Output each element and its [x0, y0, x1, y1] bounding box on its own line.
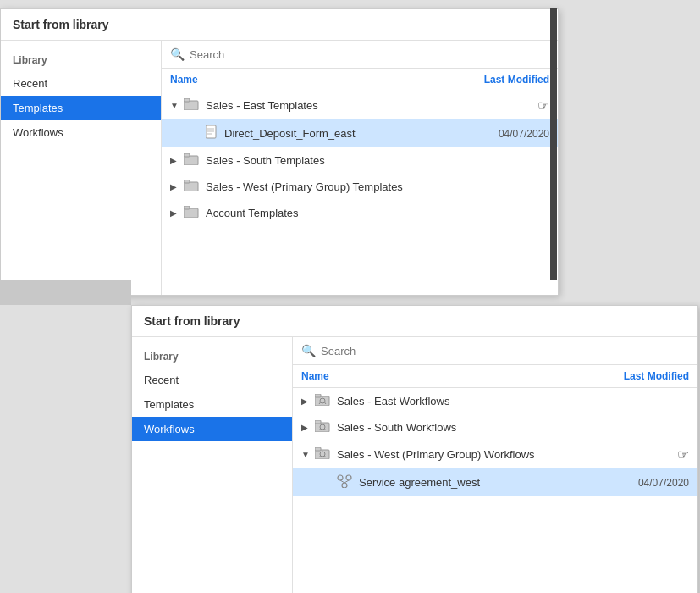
- sidebar-item-recent-top[interactable]: Recent: [1, 71, 161, 96]
- col-name-top: Name: [170, 74, 198, 86]
- tree-row-account[interactable]: ▶ Account Templates: [162, 200, 558, 226]
- chevron-east-wf: ▶: [301, 396, 311, 406]
- folder-icon-west: [184, 180, 199, 194]
- svg-rect-10: [184, 208, 198, 218]
- svg-point-27: [338, 475, 343, 480]
- top-dialog-body: Library Recent Templates Workflows 🔍 Nam…: [1, 41, 558, 295]
- folder-icon-east-wf: [315, 394, 330, 408]
- cursor-icon-top: ☞: [537, 97, 549, 114]
- sidebar-item-recent-bottom[interactable]: Recent: [132, 368, 292, 392]
- svg-line-30: [340, 480, 344, 483]
- cursor-icon-bottom: ☞: [677, 446, 689, 463]
- svg-rect-6: [184, 156, 198, 165]
- chevron-south: ▶: [170, 156, 180, 165]
- chevron-south-wf: ▶: [301, 423, 311, 432]
- divider-bar: [0, 280, 131, 305]
- top-tree-area: ▼ Sales - East Templates ☞: [162, 91, 558, 295]
- bottom-table-header: Name Last Modified: [293, 365, 697, 388]
- chevron-west-wf: ▼: [301, 450, 311, 459]
- svg-rect-1: [184, 98, 190, 102]
- vertical-bar: [550, 8, 557, 280]
- bottom-search-bar: 🔍: [293, 337, 697, 365]
- sidebar-item-templates-bottom[interactable]: Templates: [132, 392, 292, 417]
- col-modified-top: Last Modified: [484, 74, 549, 86]
- tree-row-west[interactable]: ▶ Sales - West (Primary Group) Templates: [162, 174, 558, 200]
- search-input-bottom[interactable]: [321, 345, 689, 357]
- search-icon-bottom: 🔍: [301, 344, 316, 357]
- chevron-east: ▼: [170, 101, 180, 110]
- folder-icon-south-wf: [315, 420, 330, 435]
- top-sidebar: Library Recent Templates Workflows: [1, 41, 162, 295]
- dd-form-date: 04/07/2020: [499, 128, 549, 140]
- svg-rect-8: [184, 182, 198, 191]
- col-modified-bottom: Last Modified: [624, 370, 689, 382]
- tree-row-south-wf[interactable]: ▶ Sales - South Workflows: [293, 414, 697, 441]
- top-sidebar-section: Library: [1, 49, 161, 71]
- sidebar-item-workflows-top[interactable]: Workflows: [1, 120, 161, 145]
- file-icon-dd: [206, 125, 218, 141]
- bottom-dialog-title: Start from library: [132, 306, 697, 337]
- search-input-top[interactable]: [190, 48, 549, 61]
- tree-row-dd-form[interactable]: Direct_Deposit_Form_east 04/07/2020: [162, 119, 558, 147]
- col-name-bottom: Name: [301, 370, 329, 382]
- tree-row-south[interactable]: ▶ Sales - South Templates: [162, 147, 558, 174]
- bottom-tree-area: ▶ Sales - East Workflows ▶: [293, 388, 697, 593]
- sidebar-item-workflows-bottom[interactable]: Workflows: [132, 417, 292, 441]
- bottom-dialog: Start from library Library Recent Templa…: [131, 305, 698, 593]
- svg-rect-7: [184, 153, 190, 157]
- west-wf-label: Sales - West (Primary Group) Workflows: [337, 448, 670, 461]
- bottom-dialog-body: Library Recent Templates Workflows 🔍 Nam…: [132, 337, 697, 593]
- east-label: Sales - East Templates: [206, 99, 531, 112]
- svg-rect-13: [315, 394, 321, 397]
- svg-rect-0: [184, 101, 198, 110]
- south-label: Sales - South Templates: [206, 154, 549, 167]
- svc-agree-label: Service agreement_west: [359, 476, 635, 489]
- svg-rect-11: [184, 206, 190, 209]
- svg-line-31: [344, 480, 349, 483]
- workflow-icon-svc: [337, 474, 352, 490]
- chevron-account: ▶: [170, 208, 180, 218]
- west-label: Sales - West (Primary Group) Templates: [206, 180, 549, 193]
- folder-icon-account: [184, 206, 199, 220]
- east-wf-label: Sales - East Workflows: [337, 395, 689, 407]
- folder-icon-west-wf: [315, 447, 330, 462]
- folder-icon-east: [184, 98, 199, 113]
- tree-row-svc-agree[interactable]: Service agreement_west 04/07/2020: [293, 468, 697, 496]
- bottom-content-area: 🔍 Name Last Modified ▶: [293, 337, 697, 593]
- svg-rect-9: [184, 180, 190, 183]
- svg-rect-18: [315, 420, 321, 424]
- top-dialog: Start from library Library Recent Templa…: [0, 8, 559, 296]
- svg-point-29: [342, 483, 347, 488]
- account-label: Account Templates: [206, 207, 549, 219]
- tree-row-east[interactable]: ▼ Sales - East Templates ☞: [162, 91, 558, 119]
- south-wf-label: Sales - South Workflows: [337, 421, 689, 434]
- bottom-sidebar: Library Recent Templates Workflows: [132, 337, 293, 593]
- bottom-sidebar-section: Library: [132, 346, 292, 368]
- top-content-area: 🔍 Name Last Modified ▼ Sales -: [162, 41, 558, 295]
- tree-row-west-wf[interactable]: ▼ Sales - West (Primary Group) Workflows…: [293, 441, 697, 468]
- svg-rect-23: [315, 447, 321, 451]
- folder-icon-south: [184, 153, 199, 168]
- top-search-bar: 🔍: [162, 41, 558, 69]
- top-table-header: Name Last Modified: [162, 69, 558, 91]
- search-icon-top: 🔍: [170, 47, 185, 61]
- dd-form-label: Direct_Deposit_Form_east: [224, 127, 495, 140]
- sidebar-item-templates-top[interactable]: Templates: [1, 96, 161, 120]
- top-dialog-title: Start from library: [1, 9, 558, 41]
- tree-row-east-wf[interactable]: ▶ Sales - East Workflows: [293, 388, 697, 414]
- svc-agree-date: 04/07/2020: [638, 477, 689, 489]
- chevron-west: ▶: [170, 182, 180, 191]
- svg-point-28: [346, 475, 351, 480]
